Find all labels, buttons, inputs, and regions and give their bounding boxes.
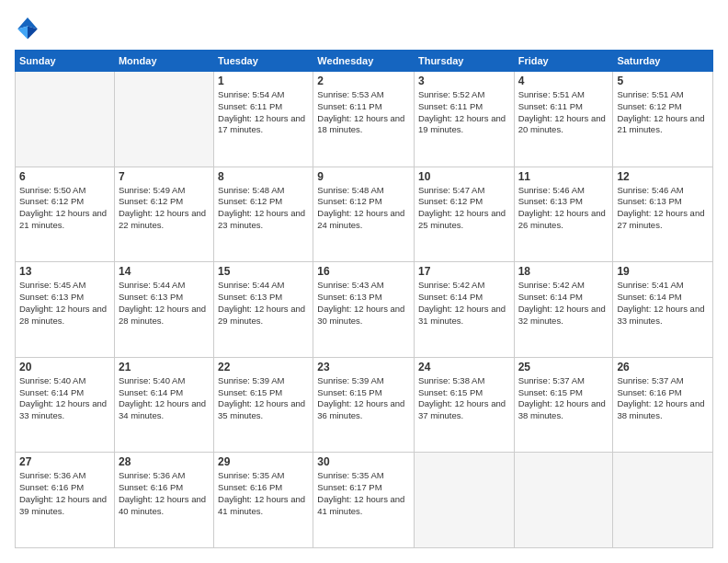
- calendar-week-3: 13Sunrise: 5:45 AM Sunset: 6:13 PM Dayli…: [16, 262, 713, 358]
- day-number: 28: [119, 455, 210, 468]
- day-detail: Sunrise: 5:49 AM Sunset: 6:12 PM Dayligh…: [119, 185, 210, 232]
- calendar-cell: 29Sunrise: 5:35 AM Sunset: 6:16 PM Dayli…: [214, 453, 313, 548]
- day-detail: Sunrise: 5:44 AM Sunset: 6:13 PM Dayligh…: [218, 280, 309, 327]
- calendar-cell: 30Sunrise: 5:35 AM Sunset: 6:17 PM Dayli…: [313, 453, 415, 548]
- day-number: 17: [418, 265, 510, 278]
- calendar-cell: 17Sunrise: 5:42 AM Sunset: 6:14 PM Dayli…: [414, 262, 514, 358]
- day-detail: Sunrise: 5:52 AM Sunset: 6:11 PM Dayligh…: [418, 89, 510, 136]
- calendar-cell: 2Sunrise: 5:53 AM Sunset: 6:11 PM Daylig…: [313, 72, 415, 167]
- day-detail: Sunrise: 5:40 AM Sunset: 6:14 PM Dayligh…: [119, 375, 210, 422]
- calendar-cell: 22Sunrise: 5:39 AM Sunset: 6:15 PM Dayli…: [214, 357, 313, 453]
- logo-icon: [15, 15, 40, 40]
- page: SundayMondayTuesdayWednesdayThursdayFrid…: [0, 0, 728, 563]
- header: [15, 15, 713, 40]
- day-detail: Sunrise: 5:42 AM Sunset: 6:14 PM Dayligh…: [518, 280, 609, 327]
- weekday-header-sunday: Sunday: [16, 51, 115, 72]
- day-number: 29: [218, 455, 309, 468]
- day-detail: Sunrise: 5:35 AM Sunset: 6:16 PM Dayligh…: [218, 470, 309, 517]
- calendar-cell: [414, 453, 514, 548]
- day-number: 7: [119, 170, 210, 183]
- day-detail: Sunrise: 5:48 AM Sunset: 6:12 PM Dayligh…: [218, 185, 309, 232]
- logo: [15, 15, 44, 40]
- day-number: 13: [19, 265, 110, 278]
- weekday-header-row: SundayMondayTuesdayWednesdayThursdayFrid…: [16, 51, 713, 72]
- calendar-week-2: 6Sunrise: 5:50 AM Sunset: 6:12 PM Daylig…: [16, 167, 713, 262]
- day-detail: Sunrise: 5:46 AM Sunset: 6:13 PM Dayligh…: [617, 185, 709, 232]
- calendar-cell: 27Sunrise: 5:36 AM Sunset: 6:16 PM Dayli…: [16, 453, 115, 548]
- calendar-cell: 20Sunrise: 5:40 AM Sunset: 6:14 PM Dayli…: [16, 357, 115, 453]
- day-number: 24: [418, 361, 510, 373]
- calendar-cell: 28Sunrise: 5:36 AM Sunset: 6:16 PM Dayli…: [114, 453, 213, 548]
- day-detail: Sunrise: 5:45 AM Sunset: 6:13 PM Dayligh…: [19, 280, 110, 327]
- day-detail: Sunrise: 5:36 AM Sunset: 6:16 PM Dayligh…: [19, 470, 110, 517]
- day-detail: Sunrise: 5:53 AM Sunset: 6:11 PM Dayligh…: [317, 89, 410, 136]
- day-detail: Sunrise: 5:40 AM Sunset: 6:14 PM Dayligh…: [19, 375, 110, 422]
- calendar-cell: 12Sunrise: 5:46 AM Sunset: 6:13 PM Dayli…: [613, 167, 713, 262]
- day-detail: Sunrise: 5:43 AM Sunset: 6:13 PM Dayligh…: [317, 280, 410, 327]
- calendar-cell: 23Sunrise: 5:39 AM Sunset: 6:15 PM Dayli…: [313, 357, 415, 453]
- day-number: 26: [617, 361, 709, 373]
- calendar-cell: 14Sunrise: 5:44 AM Sunset: 6:13 PM Dayli…: [114, 262, 213, 358]
- day-number: 21: [119, 361, 210, 373]
- calendar-cell: 8Sunrise: 5:48 AM Sunset: 6:12 PM Daylig…: [214, 167, 313, 262]
- day-detail: Sunrise: 5:54 AM Sunset: 6:11 PM Dayligh…: [218, 89, 309, 136]
- calendar-cell: [613, 453, 713, 548]
- day-detail: Sunrise: 5:36 AM Sunset: 6:16 PM Dayligh…: [119, 470, 210, 517]
- day-number: 19: [617, 265, 709, 278]
- day-number: 9: [317, 170, 410, 183]
- day-number: 12: [617, 170, 709, 183]
- day-detail: Sunrise: 5:46 AM Sunset: 6:13 PM Dayligh…: [518, 185, 609, 232]
- day-detail: Sunrise: 5:50 AM Sunset: 6:12 PM Dayligh…: [19, 185, 110, 232]
- calendar-cell: 16Sunrise: 5:43 AM Sunset: 6:13 PM Dayli…: [313, 262, 415, 358]
- weekday-header-friday: Friday: [514, 51, 613, 72]
- calendar-cell: 19Sunrise: 5:41 AM Sunset: 6:14 PM Dayli…: [613, 262, 713, 358]
- day-number: 10: [418, 170, 510, 183]
- day-number: 2: [317, 75, 410, 87]
- day-number: 20: [19, 361, 110, 373]
- day-number: 3: [418, 75, 510, 87]
- calendar-cell: 6Sunrise: 5:50 AM Sunset: 6:12 PM Daylig…: [16, 167, 115, 262]
- day-detail: Sunrise: 5:42 AM Sunset: 6:14 PM Dayligh…: [418, 280, 510, 327]
- calendar-cell: 4Sunrise: 5:51 AM Sunset: 6:11 PM Daylig…: [514, 72, 613, 167]
- calendar-cell: 10Sunrise: 5:47 AM Sunset: 6:12 PM Dayli…: [414, 167, 514, 262]
- calendar-cell: 13Sunrise: 5:45 AM Sunset: 6:13 PM Dayli…: [16, 262, 115, 358]
- day-number: 15: [218, 265, 309, 278]
- day-number: 6: [19, 170, 110, 183]
- calendar-cell: 21Sunrise: 5:40 AM Sunset: 6:14 PM Dayli…: [114, 357, 213, 453]
- day-number: 14: [119, 265, 210, 278]
- calendar-week-4: 20Sunrise: 5:40 AM Sunset: 6:14 PM Dayli…: [16, 357, 713, 453]
- weekday-header-thursday: Thursday: [414, 51, 514, 72]
- calendar-cell: 15Sunrise: 5:44 AM Sunset: 6:13 PM Dayli…: [214, 262, 313, 358]
- day-number: 1: [218, 75, 309, 87]
- day-detail: Sunrise: 5:41 AM Sunset: 6:14 PM Dayligh…: [617, 280, 709, 327]
- calendar-table: SundayMondayTuesdayWednesdayThursdayFrid…: [15, 50, 713, 548]
- day-number: 11: [518, 170, 609, 183]
- calendar-cell: 26Sunrise: 5:37 AM Sunset: 6:16 PM Dayli…: [613, 357, 713, 453]
- day-detail: Sunrise: 5:38 AM Sunset: 6:15 PM Dayligh…: [418, 375, 510, 422]
- calendar-week-1: 1Sunrise: 5:54 AM Sunset: 6:11 PM Daylig…: [16, 72, 713, 167]
- day-number: 8: [218, 170, 309, 183]
- day-detail: Sunrise: 5:37 AM Sunset: 6:16 PM Dayligh…: [617, 375, 709, 422]
- day-number: 22: [218, 361, 309, 373]
- day-number: 18: [518, 265, 609, 278]
- weekday-header-tuesday: Tuesday: [214, 51, 313, 72]
- calendar-cell: [514, 453, 613, 548]
- calendar-cell: [16, 72, 115, 167]
- calendar-cell: 7Sunrise: 5:49 AM Sunset: 6:12 PM Daylig…: [114, 167, 213, 262]
- calendar-cell: 9Sunrise: 5:48 AM Sunset: 6:12 PM Daylig…: [313, 167, 415, 262]
- day-detail: Sunrise: 5:51 AM Sunset: 6:11 PM Dayligh…: [518, 89, 609, 136]
- calendar-cell: 24Sunrise: 5:38 AM Sunset: 6:15 PM Dayli…: [414, 357, 514, 453]
- weekday-header-saturday: Saturday: [613, 51, 713, 72]
- day-detail: Sunrise: 5:37 AM Sunset: 6:15 PM Dayligh…: [518, 375, 609, 422]
- day-number: 23: [317, 361, 410, 373]
- calendar-cell: 3Sunrise: 5:52 AM Sunset: 6:11 PM Daylig…: [414, 72, 514, 167]
- day-detail: Sunrise: 5:39 AM Sunset: 6:15 PM Dayligh…: [218, 375, 309, 422]
- day-detail: Sunrise: 5:39 AM Sunset: 6:15 PM Dayligh…: [317, 375, 410, 422]
- day-number: 5: [617, 75, 709, 87]
- calendar-week-5: 27Sunrise: 5:36 AM Sunset: 6:16 PM Dayli…: [16, 453, 713, 548]
- weekday-header-wednesday: Wednesday: [313, 51, 415, 72]
- day-number: 4: [518, 75, 609, 87]
- calendar-cell: 18Sunrise: 5:42 AM Sunset: 6:14 PM Dayli…: [514, 262, 613, 358]
- day-detail: Sunrise: 5:35 AM Sunset: 6:17 PM Dayligh…: [317, 470, 410, 517]
- day-number: 16: [317, 265, 410, 278]
